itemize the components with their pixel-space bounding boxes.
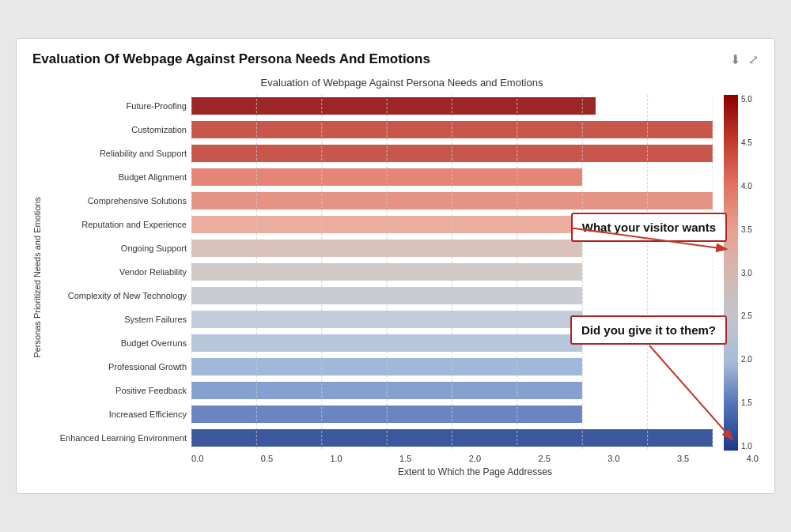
- bar-container: [191, 240, 713, 257]
- bar-container: [191, 429, 713, 447]
- bar-label: Budget Alignment: [45, 172, 191, 182]
- bar-label: System Failures: [45, 315, 191, 324]
- chart-area: Personas Prioritized Needs and Emotions …: [32, 77, 759, 477]
- callout-visitor-wants: What your visitor wants: [571, 213, 727, 242]
- bar-container: [191, 192, 713, 209]
- expand-icon[interactable]: ⤢: [748, 52, 759, 67]
- x-axis-title: Extent to Which the Page Addresses: [191, 466, 759, 477]
- chart-subtitle: Evaluation of Webpage Against Persona Ne…: [45, 77, 759, 89]
- bar: [191, 429, 713, 447]
- bar-container: [191, 121, 713, 138]
- x-tick-label: 0.5: [261, 454, 273, 463]
- bar: [191, 192, 713, 209]
- bar: [191, 358, 582, 375]
- x-tick-label: 1.0: [330, 454, 342, 463]
- bar-row: Vendor Reliability: [45, 261, 713, 283]
- bar-label: Future-Proofing: [45, 101, 191, 111]
- card-title: Evaluation Of Webpage Against Persona Ne…: [32, 51, 430, 67]
- x-tick-label: 3.5: [677, 454, 689, 463]
- bar-container: [191, 358, 713, 375]
- x-axis-labels: 0.00.51.01.52.02.53.03.54.0: [191, 454, 759, 463]
- bar-row: Reliability and Support: [45, 142, 713, 164]
- bar-row: Professional Growth: [45, 356, 713, 378]
- bar: [191, 287, 582, 304]
- bar-container: [191, 287, 713, 304]
- bar-label: Professional Growth: [45, 362, 191, 372]
- bar: [191, 240, 582, 257]
- colorbar-tick: 3.0: [741, 269, 752, 277]
- bar-container: [191, 406, 713, 423]
- x-tick-label: 3.0: [607, 454, 619, 463]
- bar-label: Vendor Reliability: [45, 267, 191, 277]
- bar-label: Comprehensive Solutions: [45, 196, 191, 206]
- bar-label: Budget Overruns: [45, 338, 191, 348]
- download-icon[interactable]: ⬇: [730, 52, 740, 67]
- bar-label: Reputation and Experience: [45, 220, 191, 229]
- colorbar-tick: 4.5: [741, 138, 752, 147]
- colorbar-tick: 4.0: [741, 182, 752, 191]
- card-icons: ⬇ ⤢: [730, 52, 759, 67]
- bar-container: [191, 97, 713, 115]
- colorbar-tick: 5.0: [741, 95, 752, 104]
- bar-row: Budget Alignment: [45, 166, 713, 188]
- bar: [191, 97, 596, 115]
- bar-container: [191, 168, 713, 186]
- main-card: Evaluation Of Webpage Against Persona Ne…: [16, 38, 775, 494]
- chart-content: Future-ProofingCustomizationReliability …: [45, 95, 759, 451]
- bar-label: Reliability and Support: [45, 149, 191, 158]
- colorbar-section: 5.04.54.03.53.02.52.01.51.0: [719, 95, 759, 451]
- chart-inner: Evaluation of Webpage Against Persona Ne…: [45, 77, 759, 477]
- bar-label: Ongoing Support: [45, 243, 191, 253]
- colorbar-tick: 2.0: [741, 355, 752, 364]
- colorbar-tick: 1.5: [741, 398, 752, 407]
- bar-label: Enhanced Learning Environment: [45, 433, 191, 443]
- colorbar-tick: 2.5: [741, 311, 752, 320]
- x-tick-label: 1.5: [399, 454, 411, 463]
- bar: [191, 334, 582, 352]
- bar-row: Customization: [45, 119, 713, 141]
- bar-row: Enhanced Learning Environment: [45, 427, 713, 449]
- x-tick-label: 2.0: [469, 454, 481, 463]
- bar-container: [191, 382, 713, 399]
- bar: [191, 121, 713, 138]
- x-tick-label: 2.5: [539, 454, 551, 463]
- bar: [191, 263, 582, 281]
- bar: [191, 145, 713, 162]
- bar: [191, 168, 582, 186]
- y-axis-label: Personas Prioritized Needs and Emotions: [32, 197, 42, 358]
- bar-label: Customization: [45, 125, 191, 134]
- bar: [191, 311, 582, 328]
- x-tick-label: 4.0: [747, 454, 759, 463]
- x-axis: 0.00.51.01.52.02.53.03.54.0: [191, 454, 759, 463]
- bar-label: Increased Efficiency: [45, 409, 191, 419]
- colorbar-tick: 3.5: [741, 225, 752, 234]
- bar: [191, 406, 582, 423]
- bar-container: [191, 263, 713, 281]
- bar-row: Positive Feedback: [45, 379, 713, 402]
- bar-row: Increased Efficiency: [45, 403, 713, 425]
- bar-row: Complexity of New Technology: [45, 285, 713, 307]
- bar-row: Comprehensive Solutions: [45, 190, 713, 212]
- bar-row: Future-Proofing: [45, 95, 713, 117]
- colorbar-tick: 1.0: [741, 442, 752, 451]
- callout-gave-it: Did you give it to them?: [570, 315, 727, 345]
- bar: [191, 216, 582, 233]
- bar: [191, 382, 582, 399]
- x-tick-label: 0.0: [191, 454, 203, 463]
- bar-container: [191, 145, 713, 162]
- bar-label: Positive Feedback: [45, 386, 191, 395]
- bars-section: Future-ProofingCustomizationReliability …: [45, 95, 713, 451]
- bar-label: Complexity of New Technology: [45, 291, 191, 300]
- card-header: Evaluation Of Webpage Against Persona Ne…: [32, 51, 759, 67]
